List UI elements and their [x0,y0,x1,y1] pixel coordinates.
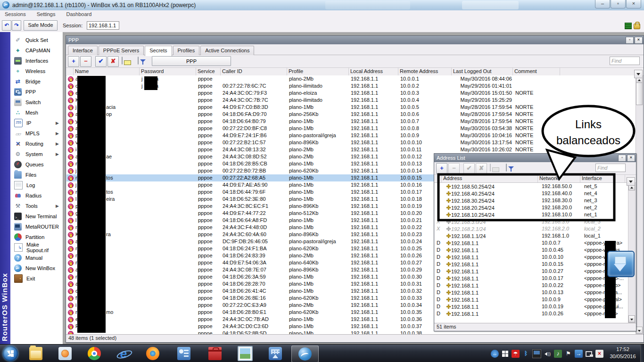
column-header-comment[interactable]: Comment [513,68,560,75]
disable-button[interactable]: ✘ [476,163,487,174]
windows-update-icon[interactable] [575,350,583,358]
sidebar-item-routing[interactable]: Routing▶ [10,139,63,149]
tab-active-connections[interactable]: Active Connections [200,46,254,55]
column-header-address[interactable]: Address [442,175,538,182]
table-row[interactable]: D192.168.1.110.0.0.26<pppoe-n> [435,310,628,317]
comment-button[interactable] [122,57,123,65]
find-input[interactable] [595,164,626,172]
display-icon[interactable] [532,349,541,358]
taskbar-network-app-button[interactable] [262,346,289,362]
ppp-restore-button[interactable]: ▫ [626,37,634,44]
table-row[interactable]: epppoe24:A4:3C:0C:79:F3plano-eloiza192.1… [66,90,636,97]
ppp-auth-accounting-button[interactable]: PPP Authentication&Accounting [152,56,231,66]
action-center-flag-icon[interactable] [564,350,572,358]
sidebar-item-files[interactable]: Files [10,170,63,180]
table-row[interactable]: D192.168.1.110.0.0.7<pppoe-yra> [435,239,628,247]
menu-sessions[interactable]: Sessions [0,10,31,18]
column-header-name[interactable]: Name [74,68,140,75]
redo-icon[interactable]: ↷ [12,20,21,31]
clock[interactable]: 17:52 30/05/2016 [605,346,640,360]
sidebar-item-partition[interactable]: Partition [10,232,63,242]
table-row[interactable]: D192.168.1.110.0.0.45<pppoe-wss... [435,247,628,254]
scroll-down-icon[interactable] [636,327,643,334]
column-select-icon[interactable] [634,70,643,78]
start-button[interactable] [3,346,18,361]
sidebar-item-wireless[interactable]: Wireless [10,66,63,76]
bluetooth-icon[interactable] [522,350,530,358]
ppp-close-button[interactable]: × [635,37,643,44]
table-row[interactable]: 192.168.1.1/24192.168.1.0local_1 [435,232,628,239]
column-header-caller-id[interactable]: Caller ID [221,68,287,75]
table-row[interactable]: apppoe00:27:22:D0:BF:C8plano-1Mb192.168.… [66,125,636,132]
sidebar-item-new-winbox[interactable]: New WinBox [10,263,63,273]
taskbar-settings-button[interactable] [171,346,197,362]
table-row[interactable]: ipppoe24:A4:3C:08:13:32plano-2Mb192.168.… [66,146,636,153]
sidebar-item-queues[interactable]: Queues [10,159,63,170]
tab-pppoe-servers[interactable]: PPPoE Servers [99,46,144,55]
table-row[interactable]: 192.168.20.254/24192.168.20.0net_2 [435,204,628,211]
show-desktop-button[interactable] [640,345,644,362]
column-header-interface[interactable]: Interface [580,175,625,182]
disable-button[interactable]: ✘ [107,56,119,67]
table-row[interactable]: ppppoe44:D9:E7:24:1F:B6plano-pastoral/ig… [66,132,636,139]
sidebar-item-manual[interactable]: Manual [10,253,63,263]
sidebar-item-switch[interactable]: Switch [10,97,63,107]
table-row[interactable]: jaciapppoe44:D9:E7:C0:B8:3Dplano-1Mb192.… [66,104,636,111]
sidebar-item-interfaces[interactable]: Interfaces [10,56,63,66]
filter-icon[interactable] [138,57,139,65]
taskbar-ie-button[interactable]: e [110,346,137,362]
taskbar-winbox-button[interactable] [291,346,319,362]
session-value[interactable]: 192.168.1.1 [87,21,119,30]
table-row[interactable]: vpppoe00:27:22:B2:1C:57plano-896Kb192.16… [66,139,636,146]
sidebar-item-mesh[interactable]: Mesh [10,107,63,118]
add-button[interactable]: + [68,56,79,67]
table-row[interactable]: D192.168.1.110.0.0.15<pppoe-nn-... [435,261,628,268]
table-row[interactable]: D192.168.1.110.0.0.10<pppoe-w> [435,254,628,261]
tab-secrets[interactable]: Secrets [145,46,172,56]
table-row[interactable]: Kpppoe24:A4:3C:0C:7B:7Cplano-ilimitado19… [66,97,636,104]
remove-button[interactable]: − [80,56,91,67]
sidebar-item-system[interactable]: System▶ [10,149,63,159]
teamviewer-icon[interactable] [491,350,499,358]
table-row[interactable]: 192.168.30.254/24192.168.30.0net_3 [435,197,628,204]
tab-profiles[interactable]: Profiles [173,46,200,55]
audio-app-icon[interactable] [554,350,562,358]
device-error-icon[interactable] [595,350,603,358]
sidebar-item-metarouter[interactable]: MetaROUTER [10,222,63,232]
column-header-profile[interactable]: Profile [287,68,349,75]
antivirus-icon[interactable] [512,350,520,358]
table-row[interactable]: X192.168.2.1/24192.168.2.0local_2 [435,225,628,232]
taskbar-media-player-button[interactable] [52,346,78,362]
sidebar-item-bridge[interactable]: Bridge [10,76,63,87]
table-row[interactable]: 192.168.50.254/24192.168.50.0net_5 [435,183,628,190]
taskbar-toolbox-button[interactable] [202,346,228,362]
table-row[interactable]: X192.168.3.0/24192.168.3.0local_3 [435,218,628,225]
volume-icon[interactable] [544,350,552,358]
column-header-local-address[interactable]: Local Address [349,68,398,75]
filter-icon[interactable] [506,164,507,172]
column-header-last-logged-out[interactable]: Last Logged Out [452,68,513,75]
address-list-titlebar[interactable]: Address List ▫ × [434,154,636,162]
sidebar-item-mpls[interactable]: MPLS▶ [10,128,63,139]
network-tray-icon[interactable] [585,350,593,358]
enable-button[interactable]: ✔ [95,56,107,67]
minimize-button[interactable]: – [595,0,610,8]
taskbar-firefox-button[interactable] [140,346,166,362]
undo-icon[interactable]: ↶ [2,20,11,31]
ppp-vertical-scrollbar[interactable] [636,75,643,334]
taskbar-chrome-button[interactable] [81,346,107,362]
sidebar-item-make-supout-rif[interactable]: Make Supout.rif [10,242,63,253]
taskbar-photos-button[interactable] [232,346,258,362]
address-restore-button[interactable]: ▫ [618,155,626,162]
ppp-window-titlebar[interactable]: PPP ▫ × [66,36,644,44]
table-row[interactable]: ypppoe04:18:D6:64:B0:79plano-1Mb192.168.… [66,118,636,125]
sidebar-item-tools[interactable]: Tools▶ [10,201,63,211]
column-header-remote-address[interactable]: Remote Address [398,68,452,75]
scroll-down-icon[interactable] [628,315,635,322]
table-row[interactable]: D192.168.1.110.0.0.17<pppoe-no-... [435,275,628,282]
sidebar-item-radius[interactable]: Radius [10,190,63,201]
table-row[interactable]: aoppppoe04:18:D6:FA:D9:70plano-256Kb192.… [66,111,636,118]
add-button[interactable]: + [436,163,447,174]
table-row[interactable]: D192.168.1.110.0.0.22<pppoe-rb> [435,282,628,289]
comment-button[interactable] [490,164,491,172]
